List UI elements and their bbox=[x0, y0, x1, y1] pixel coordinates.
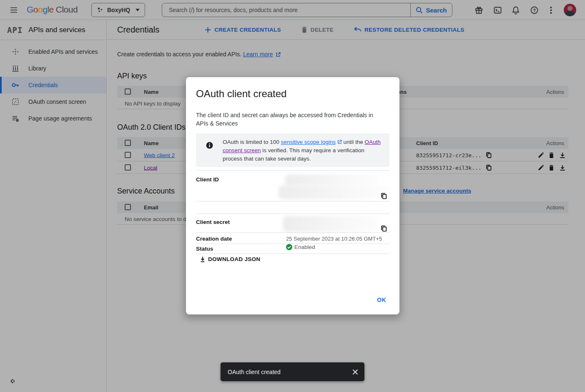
redacted-client-id bbox=[279, 185, 389, 199]
copy-client-secret-icon[interactable] bbox=[381, 225, 387, 232]
external-link-icon bbox=[337, 140, 342, 144]
divider bbox=[196, 232, 389, 233]
dialog-description: The client ID and secret can always be a… bbox=[196, 111, 381, 128]
toast-message: OAuth client created bbox=[228, 369, 281, 375]
ok-button[interactable]: OK bbox=[374, 295, 389, 305]
sensitive-scope-logins-link[interactable]: sensitive scope logins bbox=[281, 139, 336, 145]
redacted-client-secret bbox=[283, 216, 380, 232]
close-icon[interactable] bbox=[352, 369, 359, 375]
status-value: Enabled bbox=[286, 244, 315, 250]
client-secret-label: Client secret bbox=[196, 219, 230, 225]
toast-notification: OAuth client created bbox=[221, 362, 364, 381]
google-cloud-console: GoogleCloud BoxyHQ Search bbox=[0, 0, 585, 392]
oauth-client-created-dialog: OAuth client created The client ID and s… bbox=[186, 77, 399, 314]
dialog-title: OAuth client created bbox=[196, 88, 286, 100]
verification-notice: OAuth is limited to 100 sensitive scope … bbox=[196, 133, 389, 167]
info-icon bbox=[196, 133, 223, 167]
divider bbox=[196, 214, 389, 214]
creation-date-label: Creation date bbox=[196, 236, 232, 242]
divider bbox=[196, 201, 389, 201]
client-id-label: Client ID bbox=[196, 176, 219, 183]
notice-text: OAuth is limited to 100 sensitive scope … bbox=[223, 133, 389, 167]
check-circle-icon bbox=[286, 244, 292, 250]
divider bbox=[196, 254, 389, 254]
download-json-button[interactable]: DOWNLOAD JSON bbox=[200, 256, 260, 262]
download-icon bbox=[200, 256, 206, 262]
creation-date-value: 25 September 2023 at 10:26:05 GMT+5 bbox=[286, 236, 382, 242]
redacted-client-id bbox=[285, 174, 378, 186]
divider bbox=[196, 170, 389, 171]
copy-client-id-icon[interactable] bbox=[381, 193, 387, 199]
status-label: Status bbox=[196, 246, 213, 252]
